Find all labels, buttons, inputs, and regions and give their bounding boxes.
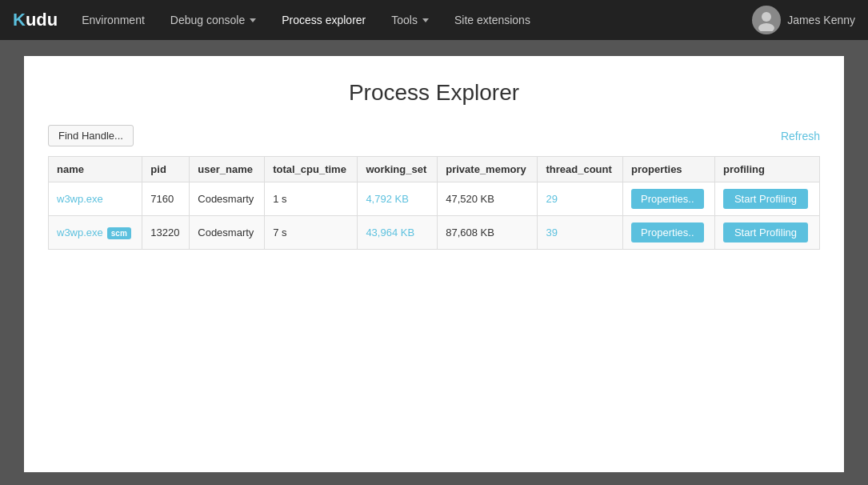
col-user-name: user_name — [190, 157, 265, 182]
svg-point-1 — [758, 23, 774, 31]
navbar: Kudu Environment Debug console Process e… — [0, 0, 868, 40]
start-profiling-button[interactable]: Start Profiling — [723, 222, 808, 242]
cell-working-set: 4,792 KB — [358, 182, 438, 216]
cell-private-memory: 87,608 KB — [438, 216, 538, 250]
cell-user-name: Codesmarty — [190, 216, 265, 250]
debug-console-caret-icon — [250, 18, 256, 22]
scm-badge: scm — [107, 227, 131, 239]
cell-pid: 13220 — [142, 216, 190, 250]
properties-button[interactable]: Properties.. — [631, 189, 703, 209]
cell-thread-count: 29 — [538, 182, 623, 216]
brand-logo[interactable]: Kudu — [13, 10, 58, 30]
nav-environment[interactable]: Environment — [70, 9, 156, 31]
col-pid: pid — [142, 157, 190, 182]
cell-user-name: Codesmarty — [190, 182, 265, 216]
svg-point-0 — [762, 12, 771, 22]
table-header: name pid user_name total_cpu_time workin… — [49, 157, 820, 182]
working-set-link[interactable]: 43,964 KB — [366, 226, 414, 238]
brand-text: udu — [26, 10, 58, 30]
cell-private-memory: 47,520 KB — [438, 182, 538, 216]
nav-tools[interactable]: Tools — [380, 9, 440, 31]
col-name: name — [49, 157, 142, 182]
navbar-right: James Kenny — [752, 6, 855, 34]
main-content: Process Explorer Find Handle... Refresh … — [24, 56, 844, 472]
start-profiling-button[interactable]: Start Profiling — [723, 189, 808, 209]
table-body: w3wp.exe7160Codesmarty1 s4,792 KB47,520 … — [49, 182, 820, 250]
page-title: Process Explorer — [48, 80, 820, 106]
col-thread-count: thread_count — [538, 157, 623, 182]
cell-properties: Properties.. — [623, 216, 715, 250]
process-name-link[interactable]: w3wp.exe — [57, 193, 103, 205]
cell-profiling: Start Profiling — [714, 182, 819, 216]
cell-working-set: 43,964 KB — [358, 216, 438, 250]
cell-name: w3wp.exe — [49, 182, 142, 216]
col-working-set: working_set — [358, 157, 438, 182]
cell-total-cpu-time: 1 s — [265, 182, 358, 216]
properties-button[interactable]: Properties.. — [631, 222, 703, 242]
cell-total-cpu-time: 7 s — [265, 216, 358, 250]
nav-site-extensions[interactable]: Site extensions — [443, 9, 542, 31]
thread-count-link[interactable]: 29 — [546, 193, 557, 205]
find-handle-button[interactable]: Find Handle... — [48, 125, 134, 146]
cell-properties: Properties.. — [623, 182, 715, 216]
cell-name: w3wp.exescm — [49, 216, 142, 250]
thread-count-link[interactable]: 39 — [546, 226, 557, 238]
process-table: name pid user_name total_cpu_time workin… — [48, 156, 820, 250]
cell-pid: 7160 — [142, 182, 190, 216]
brand-icon: K — [13, 10, 26, 30]
avatar — [752, 6, 781, 34]
refresh-link[interactable]: Refresh — [781, 130, 820, 142]
tools-caret-icon — [422, 18, 429, 22]
col-total-cpu-time: total_cpu_time — [265, 157, 358, 182]
col-properties: properties — [623, 157, 715, 182]
cell-profiling: Start Profiling — [714, 216, 819, 250]
user-name: James Kenny — [787, 14, 855, 26]
nav-process-explorer[interactable]: Process explorer — [270, 9, 377, 31]
col-profiling: profiling — [714, 157, 819, 182]
nav-debug-console[interactable]: Debug console — [159, 9, 267, 31]
table-row: w3wp.exescm13220Codesmarty7 s43,964 KB87… — [49, 216, 820, 250]
col-private-memory: private_memory — [438, 157, 538, 182]
toolbar: Find Handle... Refresh — [48, 125, 820, 146]
working-set-link[interactable]: 4,792 KB — [366, 193, 409, 205]
cell-thread-count: 39 — [538, 216, 623, 250]
process-name-link[interactable]: w3wp.exe — [57, 226, 103, 238]
table-row: w3wp.exe7160Codesmarty1 s4,792 KB47,520 … — [49, 182, 820, 216]
